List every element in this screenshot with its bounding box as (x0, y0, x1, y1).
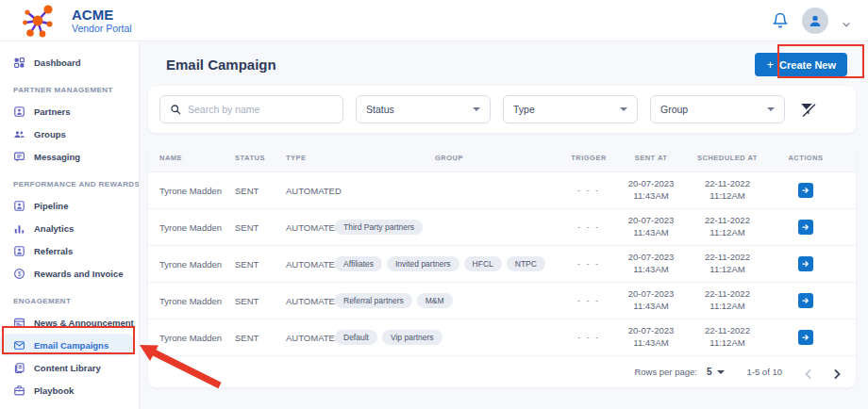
trigger-cell: - - - (563, 259, 614, 269)
group-chip: NTPC (507, 256, 545, 271)
user-avatar[interactable] (802, 8, 828, 34)
row-action-button[interactable] (798, 183, 813, 198)
sidebar-item-label: Dashboard (34, 57, 81, 68)
group-chips: AffiliatesInvited partnersHFCLNTPC (335, 256, 563, 271)
row-action-button[interactable] (798, 330, 813, 345)
type-cell: AUTOMATED (286, 259, 335, 270)
rows-per-page-label: Rows per page: (634, 367, 697, 377)
campaign-table: NAME STATUS TYPE GROUP TRIGGER SENT AT S… (148, 144, 856, 387)
group-chips: Third Party partners (335, 220, 563, 235)
referrals-icon (13, 245, 25, 257)
top-header: ACME Vendor Portal (0, 0, 868, 41)
status-cell: SENT (235, 186, 286, 196)
account-menu-chevron-icon[interactable] (842, 16, 851, 25)
page-header-row: Email Campaign + Create New (140, 41, 868, 84)
sidebar-item-label: Pipeline (34, 201, 68, 211)
sidebar-item-partners[interactable]: Partners (0, 100, 133, 123)
chevron-down-icon (473, 107, 480, 111)
group-chip: Vip partners (382, 330, 442, 345)
sidebar-item-label: Analytics (34, 223, 74, 234)
chevron-down-icon (767, 107, 775, 111)
sidebar-item-news-announcement[interactable]: News & Announcement (0, 311, 133, 334)
group-chip: Referral partners (335, 293, 412, 308)
type-cell: AUTOMATED (286, 296, 335, 306)
row-action-button[interactable] (798, 256, 813, 271)
group-chip: Default (335, 330, 377, 345)
rows-per-page-select[interactable]: 5 (707, 367, 725, 377)
group-chip: HFCL (464, 256, 502, 271)
col-actions: ACTIONS (767, 154, 844, 162)
row-action-button[interactable] (798, 293, 813, 308)
status-cell: SENT (235, 222, 286, 233)
actions-cell (767, 183, 844, 198)
search-input[interactable] (188, 104, 333, 115)
brand-name: ACME (72, 7, 132, 23)
main-content: Email Campaign + Create New Status Type (140, 41, 868, 409)
sidebar-item-dashboard[interactable]: Dashboard (0, 51, 133, 74)
brand-text: ACME Vendor Portal (72, 7, 132, 34)
type-cell: AUTOMATED (286, 333, 335, 343)
sidebar-item-label: Rewards and Invoice (34, 269, 124, 279)
table-header-row: NAME STATUS TYPE GROUP TRIGGER SENT AT S… (148, 144, 856, 172)
group-select-label: Group (660, 104, 688, 115)
sidebar-item-label: Referrals (34, 246, 73, 256)
sidebar-item-analytics[interactable]: Analytics (0, 217, 133, 239)
table-row: Tyrone MaddenSENTAUTOMATEDDefaultVip par… (148, 319, 856, 355)
previous-page-icon[interactable] (803, 367, 814, 378)
messaging-icon (13, 151, 25, 163)
sidebar-item-playbook[interactable]: Playbook (0, 379, 133, 401)
sidebar-item-label: Groups (34, 129, 66, 139)
sidebar-item-email-campaigns[interactable]: Email Campaigns (0, 334, 133, 356)
search-icon (170, 104, 181, 115)
sidebar-item-content-library[interactable]: Content Library (0, 356, 133, 379)
name-cell: Tyrone Madden (159, 296, 235, 306)
svg-text:$: $ (18, 270, 22, 276)
sidebar-item-referrals[interactable]: Referrals (0, 239, 133, 262)
pipeline-icon (13, 200, 25, 212)
vendor-portal-app: ACME Vendor Portal (0, 0, 868, 409)
table-row: Tyrone MaddenSENTAUTOMATEDAffiliatesInvi… (148, 245, 856, 282)
rows-per-page-value: 5 (707, 367, 712, 377)
search-box[interactable] (159, 95, 343, 123)
partners-icon (13, 106, 25, 118)
actions-cell (767, 330, 844, 345)
sidebar-item-rewards-and-invoice[interactable]: $Rewards and Invoice (0, 262, 133, 285)
trigger-cell: - - - (563, 222, 614, 232)
sent-at-cell: 20-07-202311:43AM (614, 178, 688, 203)
library-icon (13, 362, 25, 374)
sidebar-item-trainings[interactable]: Trainings (0, 401, 133, 409)
name-cell: Tyrone Madden (159, 333, 235, 343)
name-cell: Tyrone Madden (159, 186, 235, 196)
brand-subtitle: Vendor Portal (72, 23, 132, 34)
group-chip: Third Party partners (335, 220, 423, 235)
analytics-icon (13, 222, 25, 235)
sidebar-item-label: Email Campaigns (34, 340, 108, 351)
brand: ACME Vendor Portal (21, 4, 132, 38)
create-new-button[interactable]: + Create New (755, 53, 847, 76)
type-select-label: Type (513, 104, 535, 115)
sidebar-item-pipeline[interactable]: Pipeline (0, 194, 133, 217)
sidebar-section-title: PARTNER MANAGEMENT (0, 74, 139, 100)
notification-bell-icon[interactable] (772, 12, 789, 29)
sidebar-item-messaging[interactable]: Messaging (0, 145, 133, 168)
group-select[interactable]: Group (650, 95, 785, 123)
sent-at-cell: 20-07-202311:43AM (614, 215, 688, 239)
pagination-bar: Rows per page: 5 1-5 of 10 (148, 355, 856, 387)
status-select[interactable]: Status (356, 95, 491, 123)
create-new-label: Create New (779, 59, 836, 71)
email-icon (13, 339, 25, 352)
clear-filters-icon[interactable] (799, 101, 816, 118)
scheduled-at-cell: 22-11-202211:12AM (688, 178, 767, 203)
sidebar-item-groups[interactable]: Groups (0, 123, 133, 145)
table-row: Tyrone MaddenSENTAUTOMATED- - -20-07-202… (148, 172, 856, 208)
table-body: Tyrone MaddenSENTAUTOMATED- - -20-07-202… (148, 172, 856, 355)
type-select[interactable]: Type (503, 95, 638, 123)
sidebar-item-label: Playbook (34, 385, 74, 396)
row-action-button[interactable] (798, 220, 813, 235)
next-page-icon[interactable] (831, 367, 843, 378)
actions-cell (767, 220, 844, 235)
col-trigger: TRIGGER (563, 154, 614, 162)
acme-logo-icon (21, 4, 57, 38)
group-chip: Invited partners (387, 256, 459, 271)
sent-at-cell: 20-07-202311:43AM (614, 252, 688, 276)
